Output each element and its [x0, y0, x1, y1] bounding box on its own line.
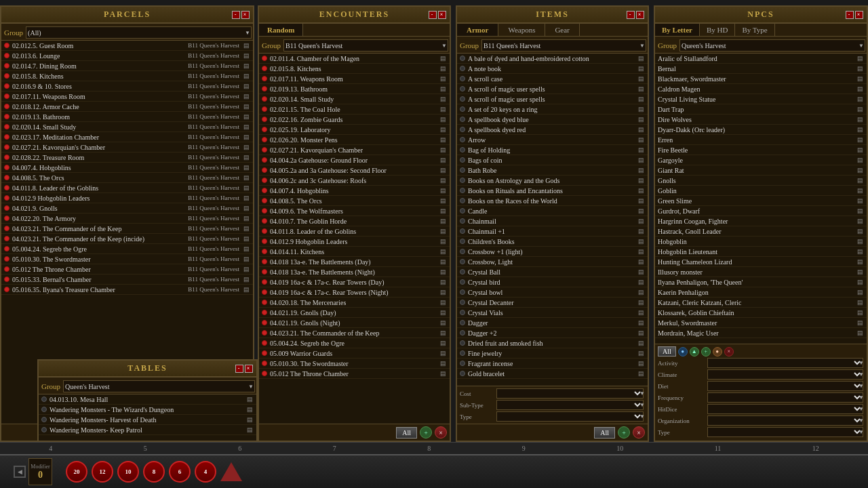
list-item[interactable]: Books on Astrology and the Gods ▤	[457, 176, 648, 186]
list-item[interactable]: 02.017.11. Weapons Room B11 Queen's Harv…	[1, 92, 253, 102]
list-item[interactable]: Hastrack, Gnoll Leader ▤	[655, 226, 867, 237]
list-item[interactable]: 02.019.13. Bathroom ▤	[259, 84, 450, 94]
list-item[interactable]: Giant Rat ▤	[655, 165, 867, 176]
list-item[interactable]: Chainmail ▤	[457, 216, 648, 226]
list-item[interactable]: Books on Rituals and Encantations ▤	[457, 186, 648, 196]
list-item[interactable]: 02.027.21. Kavorquian's Chamber B11 Quee…	[1, 142, 253, 152]
list-item[interactable]: 02.014.7. Dining Room B11 Queen's Harves…	[1, 61, 253, 71]
list-item[interactable]: Erren ▤	[655, 135, 867, 145]
list-item[interactable]: Klossarek, Goblin Chieftain ▤	[655, 308, 867, 318]
die-triangle[interactable]	[220, 462, 242, 481]
list-item[interactable]: 04.022.20. The Armory B11 Queen's Harves…	[1, 214, 253, 224]
list-item[interactable]: Fragrant incense ▤	[457, 359, 648, 369]
list-item[interactable]: 05.009 Warrior Guards ▤	[259, 348, 450, 359]
list-item[interactable]: Crystal bird ▤	[457, 277, 648, 287]
list-item[interactable]: Dagger +2 ▤	[457, 328, 648, 338]
list-item[interactable]: 04.023.21. The Commander of the Keep B11…	[1, 224, 253, 234]
list-item[interactable]: 04.018 13a-e. The Battlements (Night) ▤	[259, 267, 450, 277]
list-item[interactable]: 02.017.11. Weapons Room ▤	[259, 74, 450, 84]
list-item[interactable]: 04.021.19. Gnolls (Night) ▤	[259, 318, 450, 328]
npcs-up-icon[interactable]: ▲	[690, 347, 699, 357]
list-item[interactable]: A scroll of magic user spells ▤	[457, 94, 648, 104]
list-item[interactable]: Bath Robe ▤	[457, 165, 648, 176]
parcels-minimize[interactable]: -	[232, 11, 240, 19]
list-item[interactable]: 04.010.7. The Goblin Horde ▤	[259, 216, 450, 226]
list-item[interactable]: 02.012.5. Guest Room B11 Queen's Harvest…	[1, 41, 253, 51]
list-item[interactable]: Crystal Vials ▤	[457, 308, 648, 318]
list-item[interactable]: 04.009.6. The Wolfmasters ▤	[259, 206, 450, 216]
list-item[interactable]: 04.021.19. Gnolls (Day) ▤	[259, 308, 450, 318]
tab-by-type[interactable]: By Type	[735, 24, 774, 36]
list-item[interactable]: A scroll of magic user spells ▤	[457, 84, 648, 94]
list-item[interactable]: 04.023.21. The Commander of the Keep ▤	[259, 328, 450, 338]
die-d8[interactable]: 8	[143, 461, 165, 483]
list-item[interactable]: 02.015.8. Kitchens B11 Queen's Harvest ▤	[1, 71, 253, 81]
tab-by-letter[interactable]: By Letter	[655, 24, 700, 36]
npc-filter-select[interactable]	[707, 415, 863, 426]
list-item[interactable]: Crystal Decanter ▤	[457, 298, 648, 308]
list-item[interactable]: Crystal Ball ▤	[457, 267, 648, 277]
list-item[interactable]: Bag of Holding ▤	[457, 145, 648, 155]
npcs-blue-icon[interactable]: ●	[678, 347, 688, 357]
list-item[interactable]: 02.013.6. Lounge B11 Queen's Harvest ▤	[1, 51, 253, 61]
list-item[interactable]: 04.006.2c and 3c Gatehouse: Roofs ▤	[259, 176, 450, 186]
npc-filter-select[interactable]	[707, 381, 863, 391]
list-item[interactable]: Katzani, Cleric Katzani, Cleric ▤	[655, 298, 867, 308]
tables-group-select[interactable]: Queen's Harvest	[63, 380, 255, 392]
list-item[interactable]: 04.018 13a-e. The Battlements (Day) ▤	[259, 257, 450, 267]
tab-gear[interactable]: Gear	[545, 24, 579, 36]
list-item[interactable]: Fire Beetle ▤	[655, 145, 867, 155]
list-item[interactable]: Blackmaer, Swordmaster ▤	[655, 74, 867, 84]
list-item[interactable]: Ilyana Penhaligon, 'The Queen' ▤	[655, 277, 867, 287]
npcs-close-btn[interactable]: ×	[855, 11, 863, 19]
list-item[interactable]: 02.021.15. The Coal Hole ▤	[259, 104, 450, 115]
items-del-btn[interactable]: ×	[633, 426, 645, 439]
list-item[interactable]: A spellbook dyed blue ▤	[457, 115, 648, 125]
list-item[interactable]: 05.012 The Throne Chamber B11 Queen's Ha…	[1, 264, 253, 274]
list-item[interactable]: Crystal bowl ▤	[457, 287, 648, 298]
list-item[interactable]: Dyarr-Dakk (Orc leader) ▤	[655, 125, 867, 135]
list-item[interactable]: 04.019 16a-c & 17a-c. Rear Towers (Day) …	[259, 277, 450, 287]
tab-weapons[interactable]: Weapons	[498, 24, 545, 36]
list-item[interactable]: 05.010.30. The Swordmaster B11 Queen's H…	[1, 254, 253, 264]
items-minimize[interactable]: -	[627, 11, 635, 19]
list-item[interactable]: 02.019.13. Bathroom B11 Queen's Harvest …	[1, 112, 253, 122]
list-item[interactable]: 02.025.19. Laboratory ▤	[259, 125, 450, 135]
encounters-group-select[interactable]: B11 Queen's Harvest	[283, 39, 448, 52]
list-item[interactable]: Bernal ▤	[655, 64, 867, 74]
parcels-group-select[interactable]: (All)	[26, 26, 252, 39]
list-item[interactable]: A spellbook dyed red ▤	[457, 125, 648, 135]
npc-filter-select[interactable]	[707, 392, 863, 403]
list-item[interactable]: Bags of coin ▤	[457, 155, 648, 165]
list-item[interactable]: Hargrinn Coogan, Fighter ▤	[655, 216, 867, 226]
encounters-close-btn[interactable]: ×	[438, 11, 446, 19]
list-item[interactable]: Goblin ▤	[655, 186, 867, 196]
tables-minimize[interactable]: -	[235, 365, 243, 373]
list-item[interactable]: 04.020.18. The Mercenaries ▤	[259, 298, 450, 308]
parcels-close[interactable]: - ×	[232, 11, 250, 19]
list-item[interactable]: 02.020.14. Small Study B11 Queen's Harve…	[1, 122, 253, 132]
list-item[interactable]: 05.004.24. Segreb the Ogre ▤	[259, 338, 450, 348]
list-item[interactable]: Mordrain, Magic User ▤	[655, 328, 867, 338]
list-item[interactable]: Gnolls ▤	[655, 176, 867, 186]
npcs-minimize[interactable]: -	[846, 11, 854, 19]
list-item[interactable]: 02.027.21. Kavorquian's Chamber ▤	[259, 145, 450, 155]
list-item[interactable]: Dagger ▤	[457, 318, 648, 328]
encounters-add-btn[interactable]: +	[420, 426, 432, 439]
list-item[interactable]: 02.016.9 & 10. Stores B11 Queen's Harves…	[1, 81, 253, 92]
list-item[interactable]: 04.011.8. Leader of the Goblins B11 Quee…	[1, 183, 253, 193]
npc-filter-select[interactable]	[707, 427, 863, 437]
tab-random[interactable]: Random	[259, 24, 303, 36]
list-item[interactable]: 04.014.11. Kitchens ▤	[259, 247, 450, 257]
list-item[interactable]: Green Slime ▤	[655, 196, 867, 206]
npcs-orange-icon[interactable]: ●	[713, 347, 722, 357]
filter-select[interactable]	[496, 411, 644, 422]
list-item[interactable]: 02.023.17. Meditation Chamber B11 Queen'…	[1, 132, 253, 142]
list-item[interactable]: Children's Books ▤	[457, 237, 648, 247]
list-item[interactable]: 04.013.10. Mesa Hall ▤	[39, 394, 256, 405]
npcs-green-icon[interactable]: +	[701, 347, 711, 357]
items-all-btn[interactable]: All	[594, 427, 615, 439]
die-d6[interactable]: 6	[169, 461, 191, 483]
list-item[interactable]: Crossbow +1 (light) ▤	[457, 247, 648, 257]
list-item[interactable]: A set of 20 keys on a ring ▤	[457, 104, 648, 115]
